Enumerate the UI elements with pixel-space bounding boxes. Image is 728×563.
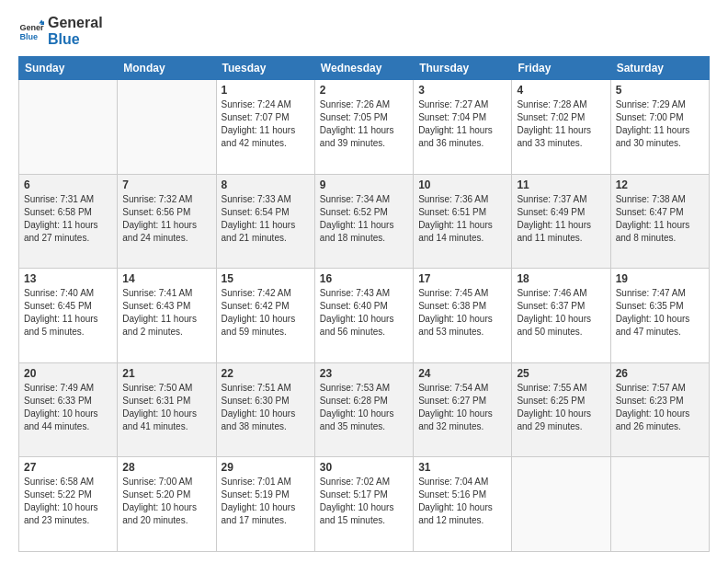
calendar-cell-0-5: 4Sunrise: 7:28 AM Sunset: 7:02 PM Daylig… <box>512 80 610 175</box>
calendar-cell-0-2: 1Sunrise: 7:24 AM Sunset: 7:07 PM Daylig… <box>216 80 314 175</box>
day-number: 22 <box>222 367 310 380</box>
calendar-cell-0-4: 3Sunrise: 7:27 AM Sunset: 7:04 PM Daylig… <box>414 80 512 175</box>
day-number: 27 <box>24 461 112 474</box>
day-content: Sunrise: 7:28 AM Sunset: 7:02 PM Dayligh… <box>517 98 605 150</box>
weekday-header-saturday: Saturday <box>610 57 709 80</box>
day-content: Sunrise: 7:57 AM Sunset: 6:23 PM Dayligh… <box>616 382 704 433</box>
calendar-cell-3-3: 23Sunrise: 7:53 AM Sunset: 6:28 PM Dayli… <box>314 362 413 457</box>
calendar-cell-3-2: 22Sunrise: 7:51 AM Sunset: 6:30 PM Dayli… <box>216 362 314 457</box>
day-number: 29 <box>222 461 310 474</box>
day-content: Sunrise: 7:51 AM Sunset: 6:30 PM Dayligh… <box>222 382 310 433</box>
calendar-cell-4-5 <box>512 457 610 552</box>
svg-text:General: General <box>19 22 44 31</box>
calendar-cell-1-6: 12Sunrise: 7:38 AM Sunset: 6:47 PM Dayli… <box>610 174 709 269</box>
calendar-cell-2-4: 17Sunrise: 7:45 AM Sunset: 6:38 PM Dayli… <box>414 269 512 363</box>
svg-text:Blue: Blue <box>19 32 38 41</box>
calendar-cell-4-2: 29Sunrise: 7:01 AM Sunset: 5:19 PM Dayli… <box>216 457 314 552</box>
calendar-cell-1-2: 8Sunrise: 7:33 AM Sunset: 6:54 PM Daylig… <box>216 174 314 269</box>
logo-general: General <box>48 15 103 31</box>
calendar-table: SundayMondayTuesdayWednesdayThursdayFrid… <box>18 56 710 552</box>
day-content: Sunrise: 7:00 AM Sunset: 5:20 PM Dayligh… <box>122 476 210 527</box>
calendar-cell-3-0: 20Sunrise: 7:49 AM Sunset: 6:33 PM Dayli… <box>19 362 118 457</box>
calendar-cell-4-4: 31Sunrise: 7:04 AM Sunset: 5:16 PM Dayli… <box>414 457 512 552</box>
calendar-row-3: 20Sunrise: 7:49 AM Sunset: 6:33 PM Dayli… <box>19 362 710 457</box>
logo-blue: Blue <box>48 31 103 48</box>
day-content: Sunrise: 7:43 AM Sunset: 6:40 PM Dayligh… <box>320 287 408 339</box>
calendar-cell-2-6: 19Sunrise: 7:47 AM Sunset: 6:35 PM Dayli… <box>610 269 709 363</box>
calendar-cell-3-4: 24Sunrise: 7:54 AM Sunset: 6:27 PM Dayli… <box>414 362 512 457</box>
calendar-cell-4-0: 27Sunrise: 6:58 AM Sunset: 5:22 PM Dayli… <box>19 457 118 552</box>
day-number: 12 <box>616 178 704 191</box>
day-content: Sunrise: 7:04 AM Sunset: 5:16 PM Dayligh… <box>418 476 506 527</box>
day-content: Sunrise: 7:50 AM Sunset: 6:31 PM Dayligh… <box>122 382 210 433</box>
logo: General Blue General Blue <box>18 15 103 47</box>
day-number: 11 <box>517 178 605 191</box>
day-content: Sunrise: 6:58 AM Sunset: 5:22 PM Dayligh… <box>24 476 112 527</box>
calendar-cell-0-3: 2Sunrise: 7:26 AM Sunset: 7:05 PM Daylig… <box>314 80 413 175</box>
page: General Blue General Blue SundayMondayTu… <box>0 0 728 563</box>
day-content: Sunrise: 7:42 AM Sunset: 6:42 PM Dayligh… <box>222 287 310 339</box>
weekday-header-tuesday: Tuesday <box>216 57 314 80</box>
day-content: Sunrise: 7:26 AM Sunset: 7:05 PM Dayligh… <box>320 98 408 150</box>
calendar-cell-2-3: 16Sunrise: 7:43 AM Sunset: 6:40 PM Dayli… <box>314 269 413 363</box>
day-number: 18 <box>517 272 605 285</box>
day-number: 17 <box>418 272 506 285</box>
day-number: 5 <box>616 84 704 97</box>
day-number: 23 <box>320 367 408 380</box>
calendar-row-4: 27Sunrise: 6:58 AM Sunset: 5:22 PM Dayli… <box>19 457 710 552</box>
day-number: 25 <box>517 367 605 380</box>
calendar-cell-2-2: 15Sunrise: 7:42 AM Sunset: 6:42 PM Dayli… <box>216 269 314 363</box>
day-content: Sunrise: 7:38 AM Sunset: 6:47 PM Dayligh… <box>616 193 704 245</box>
header: General Blue General Blue <box>18 15 710 47</box>
day-number: 15 <box>222 272 310 285</box>
day-content: Sunrise: 7:02 AM Sunset: 5:17 PM Dayligh… <box>320 476 408 527</box>
day-content: Sunrise: 7:31 AM Sunset: 6:58 PM Dayligh… <box>24 193 112 245</box>
day-number: 1 <box>222 84 310 97</box>
day-number: 16 <box>320 272 408 285</box>
day-content: Sunrise: 7:27 AM Sunset: 7:04 PM Dayligh… <box>418 98 506 150</box>
day-number: 14 <box>122 272 210 285</box>
day-number: 20 <box>24 367 112 380</box>
calendar-cell-2-1: 14Sunrise: 7:41 AM Sunset: 6:43 PM Dayli… <box>118 269 216 363</box>
day-content: Sunrise: 7:37 AM Sunset: 6:49 PM Dayligh… <box>517 193 605 245</box>
calendar-cell-4-3: 30Sunrise: 7:02 AM Sunset: 5:17 PM Dayli… <box>314 457 413 552</box>
day-number: 31 <box>418 461 506 474</box>
day-content: Sunrise: 7:55 AM Sunset: 6:25 PM Dayligh… <box>517 382 605 433</box>
calendar-cell-3-5: 25Sunrise: 7:55 AM Sunset: 6:25 PM Dayli… <box>512 362 610 457</box>
calendar-cell-3-6: 26Sunrise: 7:57 AM Sunset: 6:23 PM Dayli… <box>610 362 709 457</box>
day-number: 30 <box>320 461 408 474</box>
calendar-cell-1-1: 7Sunrise: 7:32 AM Sunset: 6:56 PM Daylig… <box>118 174 216 269</box>
weekday-header-thursday: Thursday <box>414 57 512 80</box>
day-content: Sunrise: 7:47 AM Sunset: 6:35 PM Dayligh… <box>616 287 704 339</box>
day-number: 10 <box>418 178 506 191</box>
calendar-header-row: SundayMondayTuesdayWednesdayThursdayFrid… <box>19 57 710 80</box>
calendar-cell-2-5: 18Sunrise: 7:46 AM Sunset: 6:37 PM Dayli… <box>512 269 610 363</box>
calendar-cell-1-0: 6Sunrise: 7:31 AM Sunset: 6:58 PM Daylig… <box>19 174 118 269</box>
day-content: Sunrise: 7:32 AM Sunset: 6:56 PM Dayligh… <box>122 193 210 245</box>
day-number: 21 <box>122 367 210 380</box>
day-content: Sunrise: 7:46 AM Sunset: 6:37 PM Dayligh… <box>517 287 605 339</box>
day-content: Sunrise: 7:45 AM Sunset: 6:38 PM Dayligh… <box>418 287 506 339</box>
calendar-cell-4-6 <box>610 457 709 552</box>
day-number: 7 <box>122 178 210 191</box>
weekday-header-sunday: Sunday <box>19 57 118 80</box>
day-number: 9 <box>320 178 408 191</box>
day-content: Sunrise: 7:49 AM Sunset: 6:33 PM Dayligh… <box>24 382 112 433</box>
weekday-header-monday: Monday <box>118 57 216 80</box>
day-number: 26 <box>616 367 704 380</box>
calendar-cell-1-5: 11Sunrise: 7:37 AM Sunset: 6:49 PM Dayli… <box>512 174 610 269</box>
day-content: Sunrise: 7:53 AM Sunset: 6:28 PM Dayligh… <box>320 382 408 433</box>
calendar-cell-0-1 <box>118 80 216 175</box>
calendar-cell-1-4: 10Sunrise: 7:36 AM Sunset: 6:51 PM Dayli… <box>414 174 512 269</box>
day-content: Sunrise: 7:40 AM Sunset: 6:45 PM Dayligh… <box>24 287 112 339</box>
calendar-row-1: 6Sunrise: 7:31 AM Sunset: 6:58 PM Daylig… <box>19 174 710 269</box>
logo-icon: General Blue <box>18 18 44 44</box>
day-number: 4 <box>517 84 605 97</box>
calendar-cell-4-1: 28Sunrise: 7:00 AM Sunset: 5:20 PM Dayli… <box>118 457 216 552</box>
day-number: 6 <box>24 178 112 191</box>
calendar-cell-0-6: 5Sunrise: 7:29 AM Sunset: 7:00 PM Daylig… <box>610 80 709 175</box>
day-number: 28 <box>122 461 210 474</box>
day-content: Sunrise: 7:36 AM Sunset: 6:51 PM Dayligh… <box>418 193 506 245</box>
calendar-cell-3-1: 21Sunrise: 7:50 AM Sunset: 6:31 PM Dayli… <box>118 362 216 457</box>
day-number: 3 <box>418 84 506 97</box>
